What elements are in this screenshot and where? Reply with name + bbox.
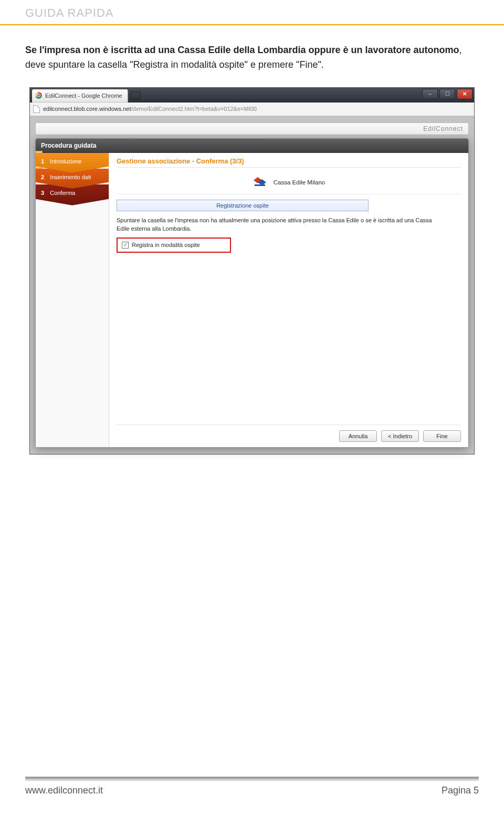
wizard-footer-buttons: Annulla < Indietro Fine [117,425,461,442]
step-label: Inserimento dati [50,174,91,180]
screenshot-wrapper: EdilConnect - Google Chrome – ☐ ✕ edilco… [29,87,475,455]
back-button[interactable]: < Indietro [381,430,419,442]
page-file-icon [33,105,40,113]
browser-window: EdilConnect - Google Chrome – ☐ ✕ edilco… [29,87,475,455]
wizard-content: Gestione associazione - Conferma (3/3) C… [109,153,468,447]
window-close-button[interactable]: ✕ [457,89,472,99]
page-footer: www.edilconnect.it Pagina 5 [25,779,479,796]
window-titlebar: EdilConnect - Google Chrome – ☐ ✕ [30,88,474,102]
footer-page-number: Pagina 5 [442,785,479,796]
svg-rect-2 [255,184,265,186]
wizard-modal: Procedura guidata 1 Introduzione 2 Inser… [35,138,469,448]
finish-button[interactable]: Fine [423,430,461,442]
wizard-heading: Gestione associazione - Conferma (3/3) [117,157,461,168]
highlight-box: ✓ Registra in modalità ospite [117,238,231,253]
window-minimize-button[interactable]: – [422,89,438,99]
new-tab-button[interactable] [130,91,141,100]
modal-body: 1 Introduzione 2 Inserimento dati 3 Conf… [36,153,468,447]
brand-name: Cassa Edile Milano [274,179,325,185]
background-brand: EdilConnect [423,125,463,132]
footer-site: www.edilconnect.it [25,785,103,796]
intro-bold: Se l'impresa non è iscritta ad una Cassa… [25,45,459,55]
step-number: 2 [41,174,44,180]
url-domain: edilconnect.blob.core.windows.net [43,106,131,112]
cassa-edile-logo-icon [253,176,268,189]
intro-paragraph: Se l'impresa non è iscritta ad una Cassa… [0,25,504,77]
step-number: 3 [41,190,44,196]
tab-title: EdilConnect - Google Chrome [45,92,122,99]
brand-row: Cassa Edile Milano [117,172,461,194]
step-label: Conferma [50,190,75,196]
address-bar[interactable]: edilconnect.blob.core.windows.net/demo/E… [30,102,474,116]
url-path: /demo/EdilConnect2.htm?t=beta&v=012&e=MI… [131,106,257,112]
guest-mode-checkbox-row[interactable]: ✓ Registra in modalità ospite [119,240,229,251]
modal-title: Procedura guidata [36,139,468,153]
doc-header: GUIDA RAPIDA [0,0,504,25]
checkbox-icon[interactable]: ✓ [122,242,129,249]
section-description: Spuntare la casella se l'impresa non ha … [117,216,442,233]
background-header: EdilConnect [35,122,469,135]
app-body: EdilConnect Procedura guidata 1 Introduz… [30,116,474,454]
cancel-button[interactable]: Annulla [339,430,377,442]
window-maximize-button[interactable]: ☐ [439,89,455,99]
window-controls: – ☐ ✕ [422,88,474,102]
wizard-steps: 1 Introduzione 2 Inserimento dati 3 Conf… [36,153,109,447]
section-title-band: Registrazione ospite [117,200,369,211]
chrome-icon [35,92,42,99]
browser-tab[interactable]: EdilConnect - Google Chrome [32,89,128,102]
step-number: 1 [41,158,44,164]
step-label: Introduzione [50,158,82,164]
checkbox-label: Registra in modalità ospite [132,242,200,248]
